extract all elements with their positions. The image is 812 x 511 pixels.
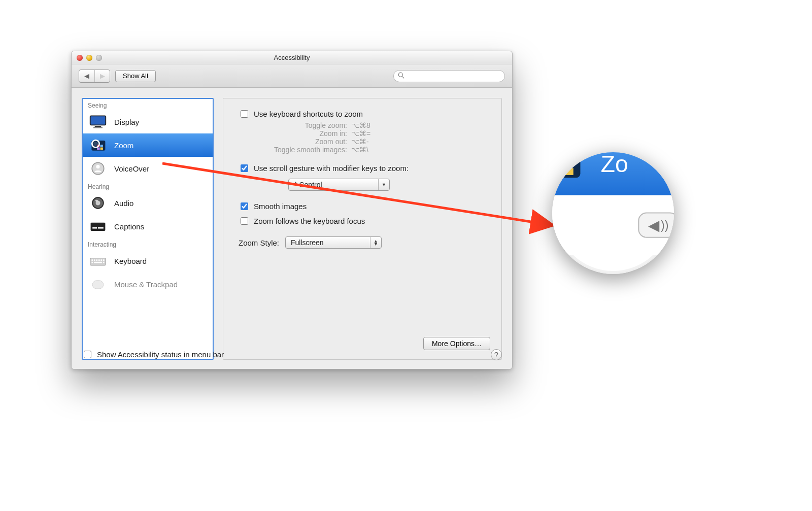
svg-rect-32 xyxy=(92,281,104,289)
shortcut-label: Zoom in: xyxy=(255,129,351,138)
zoom-style-dropdown[interactable]: Fullscreen ▲▼ xyxy=(285,236,382,249)
svg-rect-40 xyxy=(565,168,573,175)
zoom-window-icon[interactable] xyxy=(96,55,102,61)
help-button[interactable]: ? xyxy=(491,349,502,360)
svg-rect-26 xyxy=(98,259,100,261)
checkbox-input[interactable] xyxy=(241,202,248,210)
svg-rect-30 xyxy=(94,262,102,263)
display-icon xyxy=(88,113,108,131)
nav-back-forward: ◀ ▶ xyxy=(79,70,110,83)
captions-icon xyxy=(88,217,108,235)
window-content: Seeing Display Zoom xyxy=(72,88,512,369)
zoom-settings-panel: Use keyboard shortcuts to zoom Toggle zo… xyxy=(223,98,502,360)
sidebar-group-interacting: Interacting xyxy=(83,238,213,249)
sidebar-item-label: Mouse & Trackpad xyxy=(114,280,178,289)
close-window-icon[interactable] xyxy=(77,55,83,61)
svg-rect-20 xyxy=(92,227,97,229)
zoom-icon xyxy=(88,136,108,154)
shortcut-label: Zoom out: xyxy=(255,138,351,146)
window-titlebar: Accessibility xyxy=(72,51,512,64)
minimize-window-icon[interactable] xyxy=(86,55,92,61)
checkbox-label: Use scroll gesture with modifier keys to… xyxy=(254,164,409,173)
shortcut-label: Toggle zoom: xyxy=(255,121,351,129)
sidebar-item-mouse-trackpad[interactable]: Mouse & Trackpad xyxy=(83,272,213,296)
window-traffic-lights xyxy=(77,55,102,61)
checkbox-label: Smooth images xyxy=(254,202,307,211)
svg-rect-8 xyxy=(100,145,103,147)
svg-rect-28 xyxy=(103,259,105,261)
sidebar-item-zoom[interactable]: Zoom xyxy=(83,133,213,157)
nav-back-button[interactable]: ◀ xyxy=(79,70,94,82)
window-title: Accessibility xyxy=(274,54,310,61)
sidebar-group-seeing: Seeing xyxy=(83,99,213,110)
magnifier-callout: Zo ◀)) xyxy=(552,152,674,274)
checkbox-input[interactable] xyxy=(241,217,248,225)
shortcut-label: Toggle smooth images: xyxy=(255,146,351,154)
dropdown-selected: Fullscreen xyxy=(286,239,339,247)
keyboard-icon xyxy=(88,252,108,270)
chevron-right-icon: ▶ xyxy=(100,72,105,80)
use-keyboard-shortcuts-checkbox[interactable]: Use keyboard shortcuts to zoom xyxy=(239,109,490,119)
zoom-follows-focus-checkbox[interactable]: Zoom follows the keyboard focus xyxy=(239,216,490,226)
use-scroll-gesture-checkbox[interactable]: Use scroll gesture with modifier keys to… xyxy=(239,163,490,174)
svg-rect-4 xyxy=(95,126,101,127)
sidebar-item-label: Captions xyxy=(114,222,144,231)
sidebar-item-label: Keyboard xyxy=(114,257,147,265)
shortcut-value: ⌥⌘8 xyxy=(351,121,370,129)
svg-rect-31 xyxy=(103,262,105,263)
svg-rect-24 xyxy=(94,259,95,261)
svg-rect-29 xyxy=(91,262,93,263)
window-toolbar: ◀ ▶ Show All xyxy=(72,64,512,88)
svg-rect-23 xyxy=(91,259,93,261)
sidebar-item-label: VoiceOver xyxy=(114,164,149,173)
sidebar-item-keyboard[interactable]: Keyboard xyxy=(83,249,213,272)
keyboard-shortcuts-list: Toggle zoom:⌥⌘8 Zoom in:⌥⌘= Zoom out:⌥⌘-… xyxy=(255,121,490,154)
magnified-sidebar-item-voiceover: ◀)) xyxy=(552,195,674,255)
scroll-modifier-dropdown[interactable]: ^ Control ▼ xyxy=(288,179,390,191)
sidebar-item-label: Display xyxy=(114,118,139,126)
magnified-sidebar-item-zoom: Zo xyxy=(552,152,674,195)
shortcut-value: ⌥⌘= xyxy=(351,129,370,138)
voiceover-icon: ◀)) xyxy=(638,212,674,237)
svg-rect-2 xyxy=(90,116,106,125)
svg-rect-25 xyxy=(96,259,97,261)
checkbox-input[interactable] xyxy=(241,164,248,172)
svg-rect-19 xyxy=(91,223,106,231)
mouse-icon xyxy=(88,275,108,293)
shortcut-value: ⌥⌘- xyxy=(351,138,369,146)
svg-line-1 xyxy=(402,76,404,78)
svg-rect-9 xyxy=(97,148,99,150)
search-input[interactable] xyxy=(408,72,500,80)
svg-rect-38 xyxy=(565,160,573,167)
category-sidebar[interactable]: Seeing Display Zoom xyxy=(82,98,214,360)
svg-rect-21 xyxy=(98,227,104,229)
search-icon xyxy=(398,72,404,80)
sidebar-item-display[interactable]: Display xyxy=(83,110,213,133)
svg-rect-10 xyxy=(100,148,103,150)
checkbox-input[interactable] xyxy=(84,351,91,358)
show-all-button[interactable]: Show All xyxy=(115,70,156,82)
checkbox-label: Use keyboard shortcuts to zoom xyxy=(254,110,363,118)
svg-point-14 xyxy=(96,165,99,168)
svg-rect-22 xyxy=(90,258,106,265)
show-status-menubar-checkbox[interactable]: Show Accessibility status in menu bar xyxy=(82,349,224,360)
zoom-style-label: Zoom Style: xyxy=(239,239,279,247)
nav-forward-button[interactable]: ▶ xyxy=(94,70,110,82)
sidebar-item-captions[interactable]: Captions xyxy=(83,215,213,238)
sidebar-item-voiceover[interactable]: VoiceOver xyxy=(83,157,213,180)
svg-rect-37 xyxy=(555,160,563,167)
audio-icon xyxy=(88,194,108,212)
dropdown-selected: ^ Control xyxy=(289,181,337,189)
magnified-label: Zo xyxy=(601,152,628,178)
smooth-images-checkbox[interactable]: Smooth images xyxy=(239,201,490,212)
checkbox-input[interactable] xyxy=(241,110,248,118)
sidebar-item-audio[interactable]: Audio xyxy=(83,191,213,215)
search-field[interactable] xyxy=(393,70,505,82)
shortcut-value: ⌥⌘\ xyxy=(351,146,368,154)
checkbox-label: Show Accessibility status in menu bar xyxy=(97,350,224,359)
svg-rect-39 xyxy=(555,168,563,175)
svg-point-12 xyxy=(93,142,98,146)
accessibility-window: Accessibility ◀ ▶ Show All Seeing xyxy=(71,51,513,369)
chevron-down-icon: ▼ xyxy=(378,179,389,190)
updown-icon: ▲▼ xyxy=(370,237,381,248)
